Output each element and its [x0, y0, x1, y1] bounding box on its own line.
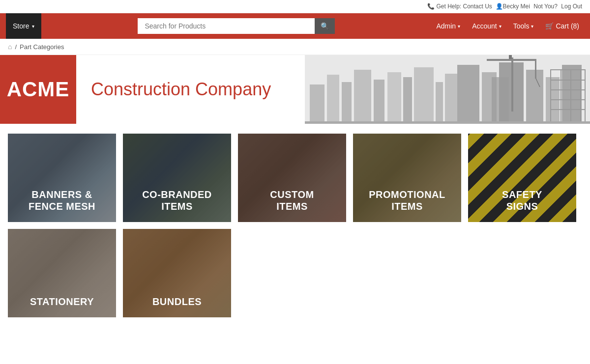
category-cobranded-label: CO-BRANDEDITEMS: [123, 181, 231, 222]
top-bar: Get Help: Contact Us 👤 Becky Mei Not You…: [0, 0, 590, 13]
category-stationery-label: STATIONERY: [8, 288, 116, 317]
category-stationery[interactable]: STATIONERY: [8, 229, 116, 317]
username: Becky Mei: [503, 3, 530, 10]
svg-rect-31: [492, 77, 509, 121]
category-custom[interactable]: CUSTOMITEMS: [238, 134, 346, 222]
category-safety[interactable]: SAFETYSIGNS: [468, 134, 576, 222]
account-button[interactable]: Account ▾: [467, 19, 506, 33]
svg-rect-15: [546, 77, 560, 124]
category-row-2: STATIONERY BUNDLES: [8, 229, 582, 317]
search-input[interactable]: [138, 18, 315, 34]
user-icon: 👤: [496, 3, 503, 10]
breadcrumb-current: Part Categories: [20, 43, 64, 51]
svg-rect-28: [551, 109, 585, 110]
hero-company-name: Construction Company: [76, 79, 305, 100]
account-arrow: ▾: [499, 24, 502, 29]
svg-rect-2: [327, 75, 339, 124]
category-banners-label: BANNERS &FENCE MESH: [8, 181, 116, 222]
admin-button[interactable]: Admin ▾: [431, 19, 465, 33]
cart-button[interactable]: 🛒 Cart (8): [540, 19, 584, 33]
svg-rect-5: [374, 80, 384, 124]
hero-logo: ACME: [0, 55, 76, 124]
cart-count: (8): [571, 22, 579, 30]
nav-bar: Store ▾ 🔍 Admin ▾ Account ▾ Tools ▾ 🛒 Ca…: [0, 13, 590, 39]
svg-rect-24: [580, 70, 581, 124]
breadcrumb: ⌂ / Part Categories: [0, 39, 590, 55]
svg-rect-8: [414, 67, 434, 124]
breadcrumb-separator: /: [15, 43, 17, 51]
category-banners[interactable]: BANNERS &FENCE MESH: [8, 134, 116, 222]
svg-rect-25: [551, 80, 585, 81]
svg-rect-17: [511, 57, 513, 112]
hero-logo-text: ACME: [7, 78, 70, 101]
svg-rect-27: [551, 99, 585, 100]
category-promotional-label: PROMOTIONALITEMS: [353, 181, 461, 222]
admin-label: Admin: [436, 22, 456, 30]
svg-rect-1: [310, 84, 324, 124]
category-safety-label: SAFETYSIGNS: [468, 181, 576, 222]
tools-arrow: ▾: [531, 24, 533, 29]
svg-rect-18: [487, 59, 536, 61]
svg-rect-10: [445, 74, 457, 124]
search-button[interactable]: 🔍: [315, 18, 335, 34]
svg-rect-26: [551, 89, 585, 90]
svg-rect-29: [305, 121, 590, 124]
category-row-1: BANNERS &FENCE MESH CO-BRANDEDITEMS CUST…: [8, 134, 582, 222]
account-label: Account: [472, 22, 497, 30]
not-you-link[interactable]: Not You?: [533, 3, 558, 10]
tools-button[interactable]: Tools ▾: [508, 19, 539, 33]
svg-rect-14: [526, 70, 543, 124]
cart-icon: 🛒: [545, 22, 554, 30]
svg-rect-6: [387, 72, 401, 124]
search-area: 🔍: [41, 18, 431, 34]
category-custom-label: CUSTOMITEMS: [238, 181, 346, 222]
category-bundles-label: BUNDLES: [123, 288, 231, 317]
svg-rect-3: [342, 82, 352, 124]
svg-rect-11: [457, 65, 479, 124]
svg-rect-23: [570, 70, 571, 124]
admin-arrow: ▾: [458, 24, 460, 29]
svg-rect-22: [560, 70, 561, 124]
hero-banner: ACME Construction Company: [0, 55, 590, 124]
category-bundles[interactable]: BUNDLES: [123, 229, 231, 317]
svg-rect-7: [403, 77, 412, 124]
tools-label: Tools: [513, 22, 530, 30]
home-icon[interactable]: ⌂: [8, 43, 12, 51]
svg-rect-9: [436, 82, 443, 124]
svg-rect-16: [562, 65, 582, 124]
store-button[interactable]: Store ▾: [6, 13, 41, 39]
hero-image: [305, 55, 590, 124]
svg-rect-4: [354, 70, 371, 124]
help-text[interactable]: Get Help: Contact Us: [427, 3, 492, 10]
logout-link[interactable]: Log Out: [561, 3, 582, 10]
nav-right-buttons: Admin ▾ Account ▾ Tools ▾ 🛒 Cart (8): [431, 19, 584, 33]
cart-label: Cart: [556, 22, 568, 30]
store-label: Store: [13, 22, 29, 30]
categories-section: BANNERS &FENCE MESH CO-BRANDEDITEMS CUST…: [0, 124, 590, 334]
svg-rect-19: [535, 59, 536, 79]
category-cobranded[interactable]: CO-BRANDEDITEMS: [123, 134, 231, 222]
category-promotional[interactable]: PROMOTIONALITEMS: [353, 134, 461, 222]
store-dropdown-arrow: ▾: [32, 24, 34, 29]
svg-rect-30: [509, 55, 512, 59]
